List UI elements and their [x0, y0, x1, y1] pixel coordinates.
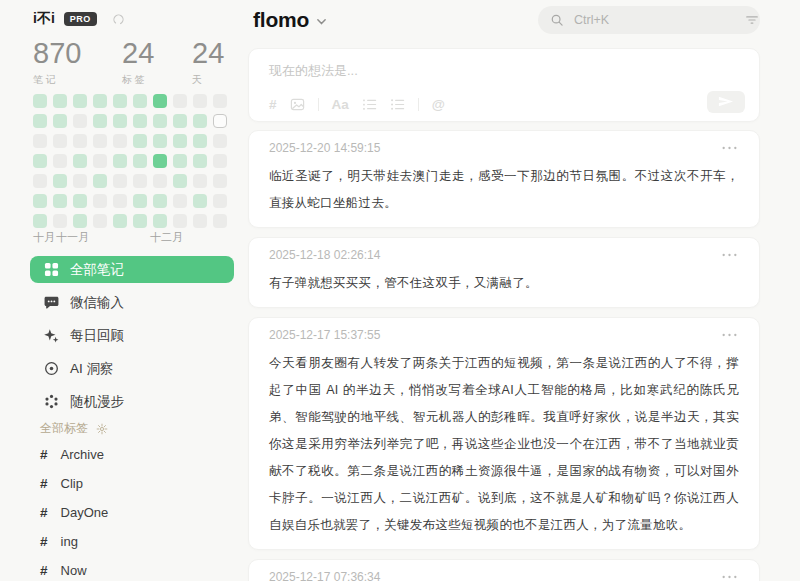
tag-item[interactable]: #Archive [40, 440, 108, 469]
sync-icon[interactable] [112, 13, 125, 26]
heatmap-cell[interactable] [73, 174, 87, 188]
heatmap-cell[interactable] [33, 194, 47, 208]
heatmap-cell[interactable] [153, 194, 167, 208]
hash-icon[interactable]: # [269, 98, 277, 112]
search-bar[interactable] [538, 6, 760, 34]
heatmap-cell[interactable] [173, 154, 187, 168]
heatmap-cell[interactable] [133, 134, 147, 148]
heatmap-cell[interactable] [53, 174, 67, 188]
heatmap-cell[interactable] [193, 174, 207, 188]
heatmap-cell[interactable] [33, 214, 47, 228]
mention-icon[interactable]: @ [432, 98, 445, 112]
heatmap-cell[interactable] [153, 214, 167, 228]
sidebar-item-ai-insight[interactable]: AI 洞察 [30, 355, 234, 382]
heatmap-cell[interactable] [113, 94, 127, 108]
send-button[interactable] [707, 91, 745, 113]
heatmap-cell[interactable] [113, 154, 127, 168]
heatmap-cell[interactable] [193, 134, 207, 148]
heatmap-cell[interactable] [193, 214, 207, 228]
heatmap-cell[interactable] [173, 194, 187, 208]
sidebar-item-daily-review[interactable]: 每日回顾 [30, 322, 234, 349]
heatmap-cell[interactable] [113, 214, 127, 228]
heatmap-cell[interactable] [93, 114, 107, 128]
heatmap-cell[interactable] [213, 214, 227, 228]
heatmap-cell[interactable] [173, 94, 187, 108]
sun-icon[interactable] [96, 423, 108, 435]
heatmap-cell[interactable] [93, 194, 107, 208]
more-icon[interactable] [720, 573, 739, 581]
more-icon[interactable] [720, 144, 739, 152]
logo-row[interactable]: flomo [253, 8, 327, 32]
heatmap-cell[interactable] [93, 154, 107, 168]
heatmap-cell[interactable] [213, 114, 227, 128]
sidebar-item-random-walk[interactable]: 随机漫步 [30, 388, 234, 415]
heatmap-cell[interactable] [133, 94, 147, 108]
sidebar-item-wechat-input[interactable]: 微信输入 [30, 289, 234, 316]
heatmap-cell[interactable] [93, 214, 107, 228]
heatmap-cell[interactable] [133, 174, 147, 188]
sidebar-item-all-memos[interactable]: 全部笔记 [30, 256, 234, 283]
heatmap-cell[interactable] [153, 174, 167, 188]
heatmap-cell[interactable] [33, 134, 47, 148]
heatmap-cell[interactable] [153, 134, 167, 148]
heatmap-cell[interactable] [113, 114, 127, 128]
search-input[interactable] [572, 12, 737, 28]
heatmap-cell[interactable] [133, 154, 147, 168]
heatmap-cell[interactable] [113, 194, 127, 208]
heatmap-cell[interactable] [73, 154, 87, 168]
heatmap-cell[interactable] [113, 174, 127, 188]
tag-item[interactable]: #ing [40, 527, 108, 556]
flomo-logo[interactable]: flomo [253, 8, 309, 32]
heatmap-cell[interactable] [73, 94, 87, 108]
heatmap-cell[interactable] [133, 114, 147, 128]
heatmap-cell[interactable] [133, 194, 147, 208]
note-input[interactable]: 现在的想法是... [269, 62, 729, 80]
chevron-down-icon[interactable] [316, 16, 327, 27]
heatmap-cell[interactable] [33, 174, 47, 188]
heatmap-cell[interactable] [93, 174, 107, 188]
username[interactable]: i不i [33, 10, 55, 28]
ordered-list-icon[interactable] [362, 97, 377, 112]
heatmap-cell[interactable] [73, 194, 87, 208]
more-icon[interactable] [720, 251, 739, 259]
heatmap-cell[interactable] [53, 194, 67, 208]
heatmap-cell[interactable] [33, 154, 47, 168]
heatmap-cell[interactable] [73, 214, 87, 228]
heatmap-cell[interactable] [213, 154, 227, 168]
heatmap-cell[interactable] [193, 114, 207, 128]
heatmap-cell[interactable] [93, 94, 107, 108]
heatmap-cell[interactable] [33, 94, 47, 108]
heatmap-cell[interactable] [153, 154, 167, 168]
heatmap-cell[interactable] [153, 114, 167, 128]
text-style-icon[interactable]: Aa [332, 98, 349, 112]
heatmap-cell[interactable] [133, 214, 147, 228]
bullet-list-icon[interactable] [390, 97, 405, 112]
heatmap-cell[interactable] [213, 174, 227, 188]
tag-item[interactable]: #Now [40, 556, 108, 581]
heatmap-cell[interactable] [213, 94, 227, 108]
more-icon[interactable] [720, 331, 739, 339]
heatmap-cell[interactable] [153, 94, 167, 108]
tag-item[interactable]: #DayOne [40, 498, 108, 527]
image-icon[interactable] [290, 97, 305, 112]
heatmap-cell[interactable] [113, 134, 127, 148]
heatmap-cell[interactable] [173, 214, 187, 228]
pro-badge[interactable]: PRO [64, 12, 97, 26]
heatmap-cell[interactable] [73, 134, 87, 148]
tag-item[interactable]: #Clip [40, 469, 108, 498]
heatmap-cell[interactable] [33, 114, 47, 128]
heatmap-cell[interactable] [213, 194, 227, 208]
heatmap-cell[interactable] [213, 134, 227, 148]
heatmap-cell[interactable] [193, 194, 207, 208]
heatmap-cell[interactable] [53, 134, 67, 148]
heatmap-cell[interactable] [53, 154, 67, 168]
filter-icon[interactable] [745, 13, 759, 27]
heatmap-cell[interactable] [53, 94, 67, 108]
heatmap-cell[interactable] [173, 114, 187, 128]
heatmap-cell[interactable] [93, 134, 107, 148]
heatmap-cell[interactable] [53, 114, 67, 128]
heatmap-cell[interactable] [73, 114, 87, 128]
heatmap-cell[interactable] [53, 214, 67, 228]
heatmap-cell[interactable] [173, 174, 187, 188]
heatmap-cell[interactable] [173, 134, 187, 148]
